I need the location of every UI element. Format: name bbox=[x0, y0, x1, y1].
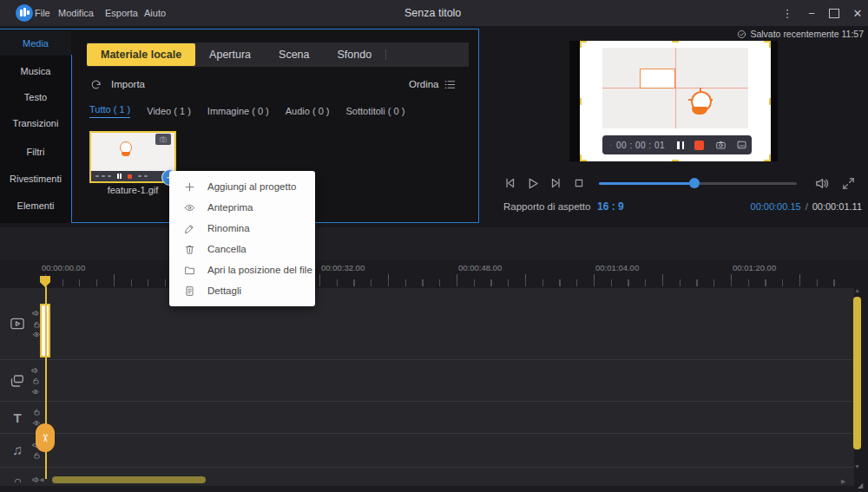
save-status: Salvato recentemente 11:57 bbox=[737, 29, 864, 39]
seek-slider-handle[interactable] bbox=[689, 178, 700, 188]
volume-icon[interactable] bbox=[814, 175, 831, 192]
menu-aiuto[interactable]: Aiuto bbox=[144, 0, 166, 26]
visibility-icon[interactable] bbox=[31, 388, 40, 396]
next-frame-button[interactable] bbox=[549, 175, 564, 191]
vscroll-up-icon[interactable]: ▲ bbox=[854, 287, 860, 293]
pause-icon bbox=[677, 141, 684, 149]
stop-button[interactable] bbox=[572, 176, 586, 190]
sidebar-item-testo[interactable]: Testo bbox=[0, 84, 71, 109]
record-stop-icon bbox=[694, 141, 704, 150]
sidebar-item-musica[interactable]: Musica bbox=[0, 58, 71, 83]
overlay-track-header bbox=[0, 360, 49, 401]
tab-scena[interactable]: Scena bbox=[265, 43, 323, 67]
import-label[interactable]: Importa bbox=[111, 79, 145, 89]
aspect-ratio-label: Rapporto di aspetto bbox=[503, 201, 590, 212]
recorder-control-bar: · 00 : 00 : 01 bbox=[602, 135, 752, 154]
camera-badge-icon[interactable] bbox=[155, 134, 171, 145]
ctx-anteprima[interactable]: Anteprima bbox=[169, 197, 315, 218]
maximize-button[interactable] bbox=[823, 0, 845, 26]
aspect-ratio-value[interactable]: 16 : 9 bbox=[597, 200, 624, 213]
filter-video[interactable]: Video ( 1 ) bbox=[147, 106, 191, 116]
hscroll-right-icon[interactable]: ▶ bbox=[841, 478, 845, 485]
menu-esporta[interactable]: Esporta bbox=[105, 0, 138, 26]
menu-modifica[interactable]: Modifica bbox=[58, 0, 94, 26]
media-filters: Tutto ( 1 ) Video ( 1 ) Immagine ( 0 ) A… bbox=[89, 103, 404, 119]
ruler-label: 00:00:48.00 bbox=[458, 263, 502, 272]
close-button[interactable]: ✕ bbox=[846, 0, 868, 26]
filter-immagine[interactable]: Immagine ( 0 ) bbox=[207, 106, 269, 116]
tab-apertura[interactable]: Apertura bbox=[195, 43, 265, 67]
edit-toolbar: ✂ Esporta bbox=[0, 227, 868, 260]
recorder-base bbox=[692, 107, 707, 115]
image-icon bbox=[736, 140, 747, 150]
tab-materiale-locale[interactable]: Materiale locale bbox=[87, 43, 195, 66]
lock-icon[interactable] bbox=[32, 377, 40, 385]
tab-sfondo[interactable]: Sfondo bbox=[324, 43, 386, 67]
ctx-add-to-project[interactable]: Aggiungi al progetto bbox=[169, 176, 315, 197]
ruler-label: 00:01:20.00 bbox=[733, 263, 776, 272]
horizontal-scrollbar[interactable] bbox=[52, 476, 206, 483]
sidebar-item-transizioni[interactable]: Transizioni bbox=[0, 110, 71, 135]
import-row: Importa Ordina bbox=[87, 76, 469, 94]
check-circle-icon bbox=[737, 30, 746, 39]
more-options-icon[interactable]: ⋮ bbox=[776, 0, 799, 26]
track-row-text[interactable]: T bbox=[0, 401, 854, 433]
trash-icon bbox=[184, 244, 195, 255]
sort-icon[interactable] bbox=[443, 78, 457, 91]
titlebar: File Modifica Esporta Aiuto Senza titolo… bbox=[0, 0, 868, 26]
menu-file[interactable]: File bbox=[35, 0, 50, 26]
minimize-button[interactable]: − bbox=[800, 0, 823, 26]
filter-audio[interactable]: Audio ( 0 ) bbox=[286, 106, 330, 116]
window-title: Senza titolo bbox=[404, 0, 461, 26]
mute-icon[interactable] bbox=[31, 366, 40, 375]
filter-tutto[interactable]: Tutto ( 1 ) bbox=[89, 104, 130, 118]
pencil-icon bbox=[184, 223, 195, 234]
media-tabs: Materiale locale Apertura Scena Sfondo bbox=[87, 43, 469, 67]
screenshot-camera-icon bbox=[715, 140, 727, 150]
ruler-label: 00:01:04.00 bbox=[595, 263, 639, 272]
track-row-video[interactable] bbox=[0, 288, 854, 359]
sidebar-item-rivestimenti[interactable]: Rivestimenti bbox=[0, 166, 71, 191]
lock-icon[interactable] bbox=[33, 408, 41, 417]
cut-scissors-badge[interactable]: ✂ bbox=[36, 423, 55, 452]
ctx-dettagli[interactable]: Dettagli bbox=[169, 280, 315, 301]
ruler-label: 00:00:32.00 bbox=[321, 263, 365, 272]
filter-sottotitoli[interactable]: Sottotitoli ( 0 ) bbox=[346, 106, 405, 116]
previous-frame-button[interactable] bbox=[502, 175, 517, 191]
lock-icon[interactable] bbox=[33, 451, 41, 460]
plus-icon bbox=[184, 181, 195, 193]
folder-icon bbox=[184, 265, 195, 276]
sidebar-item-media[interactable]: Media bbox=[0, 30, 71, 56]
ctx-cancella[interactable]: Cancella bbox=[169, 239, 315, 259]
text-track-icon: T bbox=[9, 410, 26, 425]
ctx-apri-posizione[interactable]: Apri la posizione del file bbox=[169, 259, 315, 280]
overlay-track-icon bbox=[9, 373, 25, 389]
play-button[interactable] bbox=[524, 175, 541, 192]
sort-label[interactable]: Ordina bbox=[409, 79, 439, 89]
tab-divider bbox=[385, 49, 386, 60]
ctx-rinomina[interactable]: Rinomina bbox=[169, 218, 315, 239]
fullscreen-icon[interactable] bbox=[841, 176, 856, 191]
app-logo-icon bbox=[16, 4, 33, 22]
recorder-capture-area bbox=[602, 48, 748, 128]
track-row-overlay[interactable] bbox=[0, 359, 854, 401]
vscroll-down-icon[interactable]: ▼ bbox=[854, 463, 860, 469]
hscroll-left-icon[interactable]: ◀ bbox=[39, 476, 43, 483]
recorder-time: 00 : 00 : 01 bbox=[616, 141, 665, 150]
track-row-music[interactable]: ♫ bbox=[0, 433, 854, 467]
sidebar-item-filtri[interactable]: Filtri bbox=[0, 139, 71, 164]
left-sidebar: Media Musica Testo Transizioni Filtri Ri… bbox=[0, 30, 71, 223]
ruler-label: 00:00:00.00 bbox=[42, 263, 85, 272]
file-name: feature-1.gif bbox=[89, 185, 176, 195]
context-menu: Aggiungi al progetto Anteprima Rinomina … bbox=[169, 171, 315, 306]
ruler-ticks-minor bbox=[45, 279, 835, 286]
sidebar-divider bbox=[71, 55, 72, 223]
seek-slider-fill bbox=[599, 182, 694, 185]
vertical-scrollbar[interactable] bbox=[853, 297, 861, 449]
import-icon[interactable] bbox=[89, 78, 102, 91]
recorder-base bbox=[122, 152, 130, 156]
sidebar-item-elementi[interactable]: Elementi bbox=[0, 193, 71, 218]
voice-track-icon bbox=[9, 476, 26, 484]
resize-grip-icon[interactable]: ◢ bbox=[858, 482, 863, 489]
eye-icon bbox=[184, 202, 195, 213]
